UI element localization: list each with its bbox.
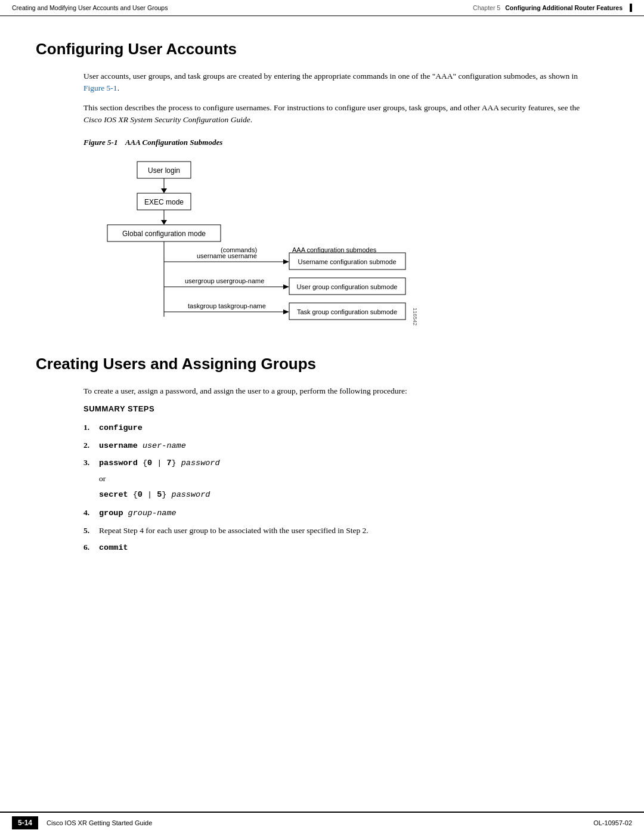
figure-container: Figure 5-1 AAA Configuration Submodes Us… bbox=[83, 138, 561, 337]
step-4-cmd: group bbox=[99, 509, 123, 518]
step-3-content: password {0 | 7} password bbox=[99, 457, 590, 469]
section1-heading: Configuring User Accounts bbox=[36, 40, 608, 58]
svg-marker-22 bbox=[283, 284, 289, 289]
step-6-content: commit bbox=[99, 541, 590, 554]
step-1-num: 1. bbox=[83, 422, 99, 434]
svg-text:username username: username username bbox=[197, 252, 257, 259]
page-footer: 5-14 Cisco IOS XR Getting Started Guide … bbox=[0, 812, 644, 833]
page-header: Creating and Modifying User Accounts and… bbox=[0, 0, 644, 16]
step-1: 1. configure bbox=[83, 422, 590, 434]
step-6: 6. commit bbox=[83, 541, 590, 554]
step-3-secret-indent bbox=[83, 488, 99, 501]
figure-label: Figure 5-1 bbox=[83, 138, 117, 147]
svg-marker-16 bbox=[283, 259, 289, 264]
header-chapter-title: Configuring Additional Router Features bbox=[505, 4, 623, 11]
step-3-7: 7 bbox=[166, 459, 171, 467]
step-3-secret-0: 0 bbox=[138, 490, 143, 499]
svg-text:EXEC mode: EXEC mode bbox=[144, 198, 184, 206]
svg-text:116542: 116542 bbox=[412, 308, 418, 326]
svg-marker-3 bbox=[161, 188, 167, 193]
step-3-brace1: { bbox=[138, 459, 147, 467]
svg-marker-28 bbox=[283, 309, 289, 314]
step-1-cmd: configure bbox=[99, 423, 143, 432]
step-2-arg: user-name bbox=[138, 441, 186, 450]
steps-section: SUMMARY STEPS 1. configure 2. username u… bbox=[83, 404, 590, 554]
para2-start: This section describes the process to co… bbox=[83, 103, 580, 112]
step-2-content: username user-name bbox=[99, 439, 590, 452]
step-3-cmd: password bbox=[99, 459, 138, 467]
step-5-content: Repeat Step 4 for each user group to be … bbox=[99, 525, 590, 537]
step-2-num: 2. bbox=[83, 439, 99, 452]
svg-text:usergroup usergroup-name: usergroup usergroup-name bbox=[185, 277, 264, 284]
main-content: Configuring User Accounts User accounts,… bbox=[0, 16, 644, 577]
step-4-num: 4. bbox=[83, 507, 99, 519]
diagram-wrapper: User login EXEC mode Global configuratio… bbox=[83, 156, 561, 337]
step-4: 4. group group-name bbox=[83, 507, 590, 519]
svg-text:taskgroup taskgroup-name: taskgroup taskgroup-name bbox=[188, 302, 266, 309]
step-3-secret-cmd: secret bbox=[99, 490, 128, 499]
header-chapter-info: Chapter 5 Configuring Additional Router … bbox=[473, 4, 632, 12]
svg-text:User group configuration submo: User group configuration submode bbox=[297, 283, 398, 290]
svg-text:AAA configuration submodes: AAA configuration submodes bbox=[292, 246, 377, 253]
step-3-brace2: } bbox=[172, 459, 181, 467]
footer-left: 5-14 Cisco IOS XR Getting Started Guide bbox=[12, 816, 152, 829]
header-chapter-label: Chapter 5 bbox=[473, 4, 500, 11]
footer-guide-title: Cisco IOS XR Getting Started Guide bbox=[47, 819, 152, 826]
svg-text:Global configuration mode: Global configuration mode bbox=[122, 230, 206, 238]
step-4-arg: group-name bbox=[123, 509, 177, 518]
step-3-secret-pipe: | bbox=[143, 490, 157, 499]
header-bar-decoration bbox=[630, 4, 632, 12]
step-2-cmd: username bbox=[99, 441, 138, 450]
para1-end: . bbox=[117, 83, 119, 92]
step-2: 2. username user-name bbox=[83, 439, 590, 452]
svg-marker-7 bbox=[161, 220, 167, 225]
para2-book-title: Cisco IOS XR System Security Configurati… bbox=[83, 115, 250, 124]
para1-text: User accounts, user groups, and task gro… bbox=[83, 72, 578, 80]
step-3-password: password bbox=[181, 459, 220, 467]
svg-text:Task group configuration submo: Task group configuration submode bbox=[297, 308, 397, 315]
section2-intro: To create a user, assign a password, and… bbox=[83, 385, 590, 397]
step-3-pipe: | bbox=[152, 459, 166, 467]
step-3-or: or bbox=[99, 474, 590, 484]
step-1-content: configure bbox=[99, 422, 590, 434]
header-breadcrumb: Creating and Modifying User Accounts and… bbox=[12, 4, 168, 11]
section2-heading: Creating Users and Assigning Groups bbox=[36, 355, 608, 373]
para2-end: . bbox=[250, 115, 252, 124]
step-5: 5. Repeat Step 4 for each user group to … bbox=[83, 525, 590, 537]
aaa-diagram: User login EXEC mode Global configuratio… bbox=[83, 156, 477, 335]
step-3-secret: secret {0 | 5} password bbox=[83, 488, 590, 501]
figure-caption: Figure 5-1 AAA Configuration Submodes bbox=[83, 138, 561, 147]
step-4-content: group group-name bbox=[99, 507, 590, 519]
step-3-secret-brace2: } bbox=[162, 490, 171, 499]
step-5-text: Repeat Step 4 for each user group to be … bbox=[99, 526, 369, 535]
svg-text:Username configuration submode: Username configuration submode bbox=[298, 258, 396, 265]
step-3-num: 3. bbox=[83, 457, 99, 469]
step-3-secret-password: password bbox=[172, 490, 210, 499]
figure-link[interactable]: Figure 5-1 bbox=[83, 83, 117, 92]
step-3: 3. password {0 | 7} password bbox=[83, 457, 590, 469]
figure-title: AAA Configuration Submodes bbox=[125, 138, 222, 147]
footer-page-number: 5-14 bbox=[12, 816, 38, 829]
step-6-num: 6. bbox=[83, 541, 99, 554]
footer-doc-number: OL-10957-02 bbox=[593, 819, 632, 826]
step-5-num: 5. bbox=[83, 525, 99, 537]
step-3-secret-content: secret {0 | 5} password bbox=[99, 488, 590, 501]
step-3-0: 0 bbox=[147, 459, 152, 467]
step-6-cmd: commit bbox=[99, 543, 128, 552]
section1-para2: This section describes the process to co… bbox=[83, 102, 590, 126]
summary-steps-label: SUMMARY STEPS bbox=[83, 404, 590, 413]
svg-text:User login: User login bbox=[148, 166, 180, 175]
section1-para1: User accounts, user groups, and task gro… bbox=[83, 70, 590, 95]
step-3-secret-brace1: { bbox=[128, 490, 138, 499]
